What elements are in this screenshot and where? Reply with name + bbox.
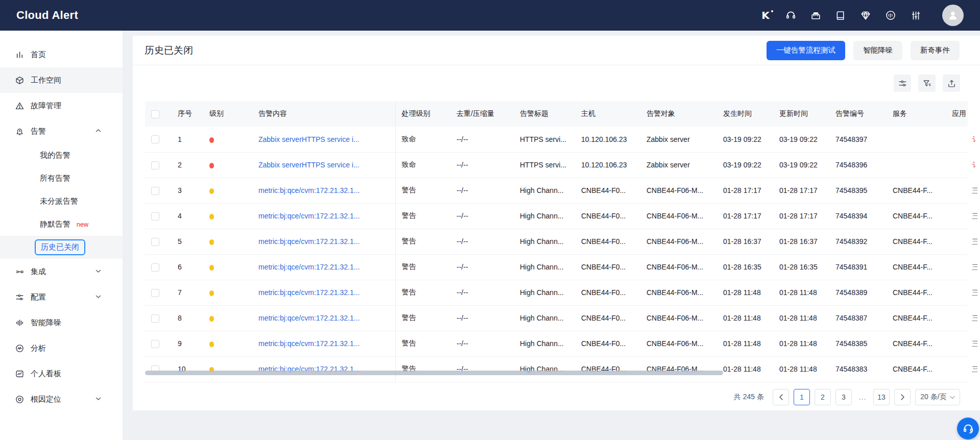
row-checkbox[interactable] <box>151 263 159 272</box>
fax-mail-icon[interactable] <box>810 10 821 21</box>
sidebar-item-noise-reduction[interactable]: 智能降噪 <box>0 310 123 335</box>
table-row[interactable]: 6 metric:bj:qce/cvm:172.21.32.1... 警告 --… <box>145 254 968 280</box>
novel-events-button[interactable]: 新奇事件 <box>911 41 960 60</box>
next-page-button[interactable] <box>894 389 911 405</box>
sidebar-item-all-alerts[interactable]: 所有告警 <box>0 167 123 190</box>
page-button-3[interactable]: 3 <box>835 389 852 405</box>
page-ellipsis[interactable]: ... <box>856 393 869 401</box>
table-row[interactable]: 1 Zabbix serverHTTPS service i... 致命 --/… <box>145 127 968 152</box>
row-checkbox[interactable] <box>151 161 159 169</box>
table-row[interactable]: 9 metric:bj:qce/cvm:172.21.32.1... 警告 --… <box>145 331 968 356</box>
cell-app <box>946 280 968 305</box>
sidebar: 首页 工作空间 故障管理 告警 我的告警 所有告警 未分派告警 静默告警 new <box>0 31 123 440</box>
cell-level: 警告 <box>395 178 450 203</box>
column-settings-button[interactable] <box>894 75 911 92</box>
table-header-row: 序号 级别 告警内容 处理级别 去重/压缩量 告警标题 主机 告警对象 发生时间… <box>145 101 968 127</box>
alerts-table-wrap: 序号 级别 告警内容 处理级别 去重/压缩量 告警标题 主机 告警对象 发生时间… <box>145 101 968 382</box>
pagination: 共 245 条 1 2 3 ... 13 20 条/页 <box>133 389 980 405</box>
cube-icon <box>15 76 24 85</box>
col-content: 告警内容 <box>252 101 395 127</box>
content-card: 历史已关闭 一键告警流程测试 智能降噪 新奇事件 <box>133 36 980 410</box>
table-row[interactable]: 8 metric:bj:qce/cvm:172.21.32.1... 警告 --… <box>145 305 968 331</box>
cell-level: 警告 <box>395 356 450 382</box>
settings-sliders-icon[interactable] <box>910 10 921 21</box>
row-checkbox[interactable] <box>151 314 159 323</box>
table-row[interactable]: 4 metric:bj:qce/cvm:172.21.32.1... 警告 --… <box>145 203 968 229</box>
cell-level: 致命 <box>395 127 450 152</box>
chat-support-button[interactable] <box>957 418 979 439</box>
alert-flow-test-button[interactable]: 一键告警流程测试 <box>767 41 845 60</box>
cell-dedup: --/-- <box>450 203 514 229</box>
table-row[interactable]: 10 metric:bj:qce/cvm:172.21.32.1... 警告 -… <box>145 356 968 382</box>
horizontal-scrollbar-thumb[interactable] <box>145 371 723 375</box>
gem-icon[interactable] <box>860 10 871 21</box>
noise-reduction-button[interactable]: 智能降噪 <box>853 41 902 60</box>
table-row[interactable]: 3 metric:bj:qce/cvm:172.21.32.1... 警告 --… <box>145 178 968 203</box>
sidebar-item-personal-dashboard[interactable]: 个人看板 <box>0 361 123 386</box>
severity-dot <box>209 316 214 322</box>
sidebar-item-integrations[interactable]: 集成 <box>0 259 123 284</box>
row-checkbox[interactable] <box>151 212 159 221</box>
cell-index: 10 <box>172 356 203 382</box>
sidebar-item-unassigned-alerts[interactable]: 未分派告警 <box>0 190 123 213</box>
sidebar-item-home[interactable]: 首页 <box>0 42 123 67</box>
language-icon[interactable]: 中 <box>885 10 896 21</box>
cell-occurred-time: 01-28 11:48 <box>717 331 773 356</box>
sidebar-item-muted-alerts[interactable]: 静默告警 new <box>0 213 123 236</box>
table-row[interactable]: 2 Zabbix serverHTTPS service i... 致命 --/… <box>145 152 968 178</box>
page-button-2[interactable]: 2 <box>815 389 831 405</box>
cell-service <box>887 127 946 152</box>
alert-content-link[interactable]: metric:bj:qce/cvm:172.21.32.1... <box>258 237 360 246</box>
row-checkbox[interactable] <box>151 238 159 246</box>
row-checkbox[interactable] <box>151 187 159 195</box>
severity-dot <box>209 188 214 194</box>
select-all-checkbox[interactable] <box>151 110 159 118</box>
sidebar-item-incident[interactable]: 故障管理 <box>0 93 123 118</box>
prev-page-button[interactable] <box>773 389 789 405</box>
k-logo-icon[interactable]: K <box>760 10 771 21</box>
alert-content-link[interactable]: metric:bj:qce/cvm:172.21.32.1... <box>258 186 360 194</box>
sidebar-item-history-closed[interactable]: 历史已关闭 <box>0 236 123 259</box>
cell-alert-id: 74548396 <box>829 152 887 178</box>
navbar-icons: K 中 <box>760 5 964 26</box>
alert-content-link[interactable]: Zabbix serverHTTPS service i... <box>258 161 360 169</box>
sidebar-item-analysis[interactable]: 分析 <box>0 335 123 361</box>
cell-alert-id: 74548395 <box>829 178 887 203</box>
cell-dedup: --/-- <box>450 229 514 254</box>
sidebar-item-workspace[interactable]: 工作空间 <box>0 67 123 93</box>
row-checkbox[interactable] <box>151 135 159 143</box>
alert-content-link[interactable]: metric:bj:qce/cvm:172.21.32.1... <box>258 288 360 297</box>
cell-alert-title: High Chann... <box>514 229 575 254</box>
cell-dedup: --/-- <box>450 254 514 280</box>
sidebar-item-config[interactable]: 配置 <box>0 284 123 310</box>
cell-alert-id: 74548383 <box>829 356 887 382</box>
sidebar-item-my-alerts[interactable]: 我的告警 <box>0 144 123 167</box>
cell-host: CNBE44-F0... <box>575 178 640 203</box>
table-row[interactable]: 5 metric:bj:qce/cvm:172.21.32.1... 警告 --… <box>145 229 968 254</box>
cell-app <box>946 229 968 254</box>
row-checkbox[interactable] <box>151 289 159 297</box>
page-size-select[interactable]: 20 条/页 <box>915 389 960 405</box>
sidebar-item-alerts[interactable]: 告警 <box>0 118 123 144</box>
cell-alert-id: 74548392 <box>829 229 887 254</box>
alert-content-link[interactable]: metric:bj:qce/cvm:172.21.32.1... <box>258 314 360 322</box>
alert-content-link[interactable]: metric:bj:qce/cvm:172.21.32.1... <box>258 263 360 271</box>
severity-dot <box>209 214 214 219</box>
integration-fork-icon <box>15 267 24 276</box>
page-button-13[interactable]: 13 <box>873 389 890 405</box>
alert-content-link[interactable]: metric:bj:qce/cvm:172.21.32.1... <box>258 212 360 220</box>
table-row[interactable]: 7 metric:bj:qce/cvm:172.21.32.1... 警告 --… <box>145 280 968 305</box>
sidebar-item-root-cause[interactable]: 根因定位 <box>0 386 123 412</box>
col-severity: 级别 <box>203 101 252 127</box>
docs-book-icon[interactable] <box>835 10 846 21</box>
severity-dot <box>209 137 214 143</box>
export-button[interactable] <box>943 75 960 92</box>
page-button-1[interactable]: 1 <box>794 389 810 405</box>
filter-button[interactable] <box>918 75 936 92</box>
alert-content-link[interactable]: Zabbix serverHTTPS service i... <box>258 135 360 143</box>
avatar[interactable] <box>942 5 964 26</box>
alert-content-link[interactable]: metric:bj:qce/cvm:172.21.32.1... <box>258 339 360 348</box>
headset-icon[interactable] <box>785 10 796 21</box>
cell-level: 警告 <box>395 305 450 331</box>
row-checkbox[interactable] <box>151 340 159 348</box>
